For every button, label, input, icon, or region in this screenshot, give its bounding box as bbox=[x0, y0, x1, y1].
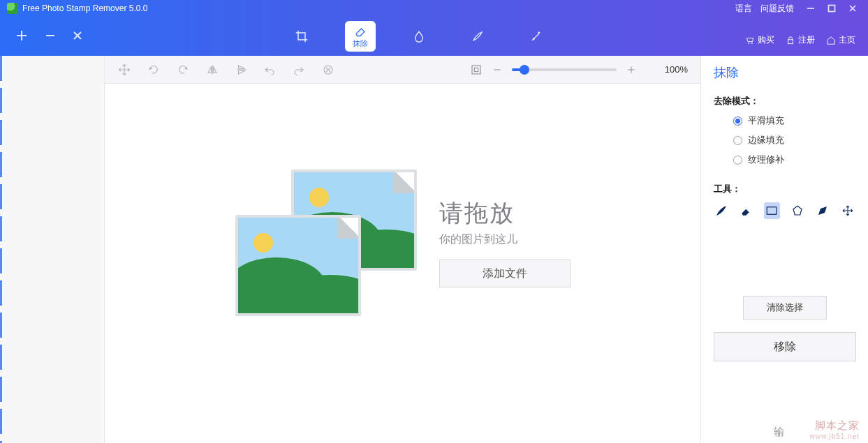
svg-rect-0 bbox=[829, 6, 835, 12]
zoom-out-button[interactable] bbox=[491, 63, 503, 76]
flip-vertical-icon[interactable] bbox=[235, 63, 249, 77]
svg-rect-4 bbox=[474, 68, 478, 71]
radio-dot-icon bbox=[733, 117, 742, 126]
zoom-slider[interactable] bbox=[512, 68, 617, 71]
undo-icon[interactable] bbox=[263, 63, 277, 77]
polygon-select-icon[interactable] bbox=[790, 202, 805, 219]
register-link[interactable]: 注册 bbox=[786, 34, 815, 46]
panel-title: 抹除 bbox=[714, 64, 855, 81]
drop-heading: 请拖放 bbox=[439, 197, 571, 230]
mode-texture-radio[interactable]: 纹理修补 bbox=[733, 153, 855, 166]
app-header: Free Photo Stamp Remover 5.0.0 语言 问题反馈 抹… bbox=[0, 0, 868, 56]
eraser-select-icon[interactable] bbox=[739, 202, 754, 219]
app-title: Free Photo Stamp Remover 5.0.0 bbox=[22, 3, 147, 13]
radio-dot-icon bbox=[733, 136, 742, 145]
redo-icon[interactable] bbox=[292, 63, 306, 77]
edit-toolbar: 100% bbox=[105, 56, 700, 84]
placeholder-image-icon bbox=[235, 170, 417, 316]
tab-close-button[interactable] bbox=[73, 31, 82, 43]
radio-dot-icon bbox=[733, 156, 742, 165]
remove-button[interactable]: 移除 bbox=[714, 332, 856, 361]
zoom-in-button[interactable] bbox=[625, 63, 638, 76]
tools-section-label: 工具： bbox=[714, 183, 855, 195]
mode-edge-radio[interactable]: 边缘填充 bbox=[733, 134, 855, 147]
mode-section-label: 去除模式： bbox=[714, 95, 855, 107]
erase-tool-label: 抹除 bbox=[353, 38, 368, 49]
drop-subtext: 你的图片到这儿 bbox=[439, 232, 571, 247]
window-resize-edge[interactable] bbox=[0, 56, 2, 443]
brush-tool[interactable] bbox=[462, 21, 493, 52]
zoom-thumb[interactable] bbox=[520, 65, 529, 75]
feedback-link[interactable]: 问题反馈 bbox=[760, 3, 794, 15]
crop-tool[interactable] bbox=[286, 21, 317, 52]
rotate-ccw-icon[interactable] bbox=[176, 63, 190, 77]
droplet-tool[interactable] bbox=[404, 21, 434, 52]
header-midbar: 抹除 购买 注册 主页 bbox=[0, 17, 868, 56]
pen-select-icon[interactable] bbox=[815, 202, 830, 219]
tab-minus-button[interactable] bbox=[45, 30, 56, 43]
rotate-cw-icon[interactable] bbox=[147, 63, 161, 77]
watermark: 脚本之家 www.jb51.net bbox=[810, 419, 860, 440]
move-handle-icon[interactable] bbox=[117, 63, 131, 77]
left-sidebar bbox=[0, 56, 105, 443]
flip-horizontal-icon[interactable] bbox=[205, 63, 219, 77]
title-bar: Free Photo Stamp Remover 5.0.0 语言 问题反馈 bbox=[0, 0, 868, 17]
clear-icon[interactable] bbox=[321, 63, 335, 77]
svg-rect-3 bbox=[472, 66, 480, 74]
brush-select-icon[interactable] bbox=[714, 202, 729, 219]
maximize-button[interactable] bbox=[823, 3, 840, 14]
output-label: 输 bbox=[774, 426, 784, 439]
clear-selection-button[interactable]: 清除选择 bbox=[743, 296, 827, 320]
buy-link[interactable]: 购买 bbox=[745, 34, 774, 46]
drop-zone[interactable]: 请拖放 你的图片到这儿 添加文件 bbox=[235, 170, 571, 316]
erase-tool[interactable]: 抹除 bbox=[345, 21, 376, 52]
minimize-button[interactable] bbox=[802, 3, 819, 14]
canvas-area[interactable]: 请拖放 你的图片到这儿 添加文件 bbox=[105, 84, 700, 443]
app-logo-icon bbox=[7, 3, 18, 14]
add-file-button[interactable]: 添加文件 bbox=[439, 260, 571, 287]
fit-screen-icon[interactable] bbox=[470, 63, 483, 76]
mode-smooth-radio[interactable]: 平滑填充 bbox=[733, 114, 855, 127]
home-link[interactable]: 主页 bbox=[826, 34, 855, 46]
svg-rect-5 bbox=[767, 207, 777, 215]
move-select-icon[interactable] bbox=[840, 202, 855, 219]
language-link[interactable]: 语言 bbox=[735, 3, 752, 15]
rect-select-icon[interactable] bbox=[764, 202, 779, 219]
svg-rect-1 bbox=[788, 39, 793, 43]
add-tab-button[interactable] bbox=[15, 29, 28, 44]
magic-tool[interactable] bbox=[521, 21, 552, 52]
right-panel: 抹除 去除模式： 平滑填充 边缘填充 纹理修补 工具： 清除选择 移除 输 脚本… bbox=[700, 56, 868, 443]
close-button[interactable] bbox=[844, 3, 861, 14]
zoom-value: 100% bbox=[653, 64, 688, 75]
